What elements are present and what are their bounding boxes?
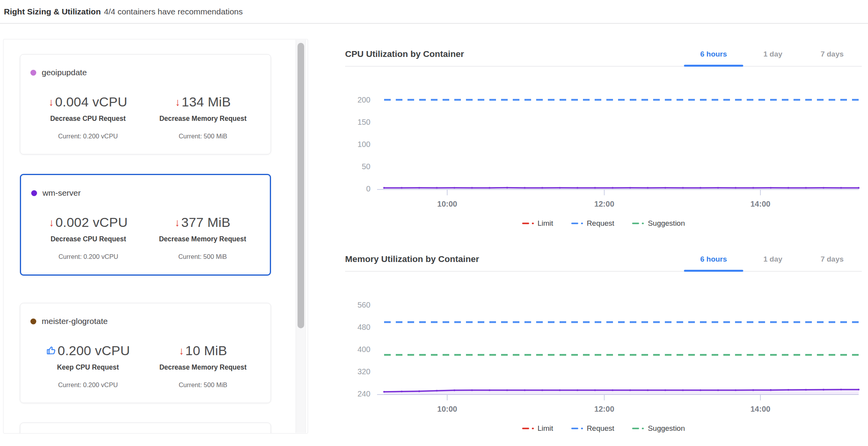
svg-text:10:00: 10:00 [437,200,457,208]
svg-text:12:00: 12:00 [594,200,614,208]
memory-current-value: Current: 500 MiB [145,133,260,140]
memory-chart-block: Memory Utilization by Container 6 hours1… [345,248,862,434]
container-card-meister-glogrotate[interactable]: meister-glogrotate 0.200 vCPU Keep CPU R… [20,303,271,403]
svg-text:14:00: 14:00 [751,200,771,208]
legend-item-limit: Limit [522,424,553,433]
memory-recommendation: ↓10 MiB Decrease Memory Request Current:… [145,343,260,389]
page-title: Right Sizing & Utilization [4,7,101,16]
cpu-action-label: Keep CPU Request [30,363,145,372]
container-card-partial[interactable] [20,423,271,434]
legend-item-limit: Limit [522,219,553,228]
arrow-down-icon: ↓ [179,345,184,357]
legend-item-request: Request [571,424,615,433]
cpu-recommended-value: 0.200 vCPU [58,343,130,358]
svg-text:200: 200 [358,96,370,104]
cpu-chart-block: CPU Utilization by Container 6 hours1 da… [345,42,862,229]
cpu-current-value: Current: 0.200 vCPU [30,381,145,389]
container-list-panel: geoipupdate ↓0.004 vCPU Decrease CPU Req… [3,39,308,434]
arrow-down-icon: ↓ [49,217,54,229]
cpu-tab-1-day[interactable]: 1 day [743,42,802,66]
memory-action-label: Decrease Memory Request [145,363,260,372]
memory-current-value: Current: 500 MiB [145,253,260,260]
memory-action-label: Decrease Memory Request [145,115,260,123]
cpu-recommendation: ↓0.002 vCPU Decrease CPU Request Current… [31,215,145,260]
cpu-action-label: Decrease CPU Request [31,235,145,243]
container-color-dot [30,319,36,324]
svg-text:14:00: 14:00 [751,405,771,413]
svg-text:480: 480 [358,323,370,331]
legend-item-suggestion: Suggestion [632,424,685,433]
svg-text:560: 560 [358,301,370,309]
memory-chart-timerange-tabs: 6 hours1 day7 days [684,248,862,271]
memory-tab-1-day[interactable]: 1 day [743,248,802,271]
memory-recommendation: ↓134 MiB Decrease Memory Request Current… [145,94,260,140]
cpu-recommendation: ↓0.004 vCPU Decrease CPU Request Current… [30,94,145,140]
memory-recommendation: ↓377 MiB Decrease Memory Request Current… [145,215,260,260]
cpu-current-value: Current: 0.200 vCPU [31,253,145,260]
container-card-wm-server[interactable]: wm-server ↓0.002 vCPU Decrease CPU Reque… [20,174,271,276]
container-card-geoipupdate[interactable]: geoipupdate ↓0.004 vCPU Decrease CPU Req… [20,54,271,154]
arrow-down-icon: ↓ [48,96,54,108]
svg-text:12:00: 12:00 [594,405,614,413]
svg-text:100: 100 [358,140,370,149]
cpu-current-value: Current: 0.200 vCPU [30,133,145,140]
container-color-dot [30,70,36,76]
page-header: Right Sizing & Utilization 4/4 container… [0,0,868,24]
cpu-chart-plot: 20015010050010:0012:0014:00 [345,67,862,211]
memory-action-label: Decrease Memory Request [145,235,260,243]
svg-text:240: 240 [358,389,370,398]
memory-recommended-value: 10 MiB [185,343,227,358]
legend-item-request: Request [571,219,615,228]
scrollbar-thumb[interactable] [298,43,304,328]
cpu-recommended-value: 0.002 vCPU [55,215,128,230]
cpu-recommendation: 0.200 vCPU Keep CPU Request Current: 0.2… [30,343,145,389]
memory-chart-title: Memory Utilization by Container [345,254,479,264]
memory-recommended-value: 377 MiB [181,215,230,230]
svg-text:150: 150 [358,118,370,126]
memory-chart-plot: 56048040032024010:0012:0014:00 [345,272,862,416]
svg-text:400: 400 [358,345,370,354]
right-sizing-page: Right Sizing & Utilization 4/4 container… [0,0,868,446]
container-card-list: geoipupdate ↓0.004 vCPU Decrease CPU Req… [4,39,308,434]
cpu-chart-title: CPU Utilization by Container [345,49,464,59]
svg-text:10:00: 10:00 [437,405,457,413]
cpu-recommended-value: 0.004 vCPU [55,94,127,109]
container-name: wm-server [43,188,81,198]
memory-recommended-value: 134 MiB [182,94,231,109]
memory-current-value: Current: 500 MiB [145,381,260,389]
memory-tab-6-hours[interactable]: 6 hours [684,248,743,271]
memory-tab-7-days[interactable]: 7 days [802,248,862,271]
page-subtitle: 4/4 containers have recommendations [104,7,243,16]
scrollbar-track[interactable] [296,40,306,433]
cpu-tab-7-days[interactable]: 7 days [802,42,862,66]
arrow-down-icon: ↓ [175,217,180,229]
svg-text:320: 320 [358,367,370,376]
charts-column: CPU Utilization by Container 6 hours1 da… [345,24,862,434]
cpu-action-label: Decrease CPU Request [30,115,145,123]
container-color-dot [31,190,37,196]
svg-text:0: 0 [366,184,370,193]
svg-text:50: 50 [362,162,370,171]
arrow-down-icon: ↓ [175,96,181,108]
cpu-chart-timerange-tabs: 6 hours1 day7 days [684,42,862,66]
memory-chart-legend: LimitRequestSuggestion [345,423,862,434]
container-name: geoipupdate [42,68,87,77]
cpu-chart-legend: LimitRequestSuggestion [345,218,862,229]
cpu-tab-6-hours[interactable]: 6 hours [684,42,743,66]
container-name: meister-glogrotate [42,317,108,326]
legend-item-suggestion: Suggestion [632,219,685,228]
thumbs-up-icon [46,343,57,358]
